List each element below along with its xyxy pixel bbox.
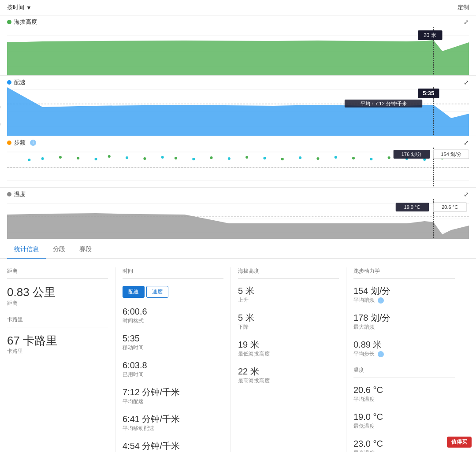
temperature-stats-group: 温度 20.6 °C 平均温度 xyxy=(353,367,455,403)
best-pace-group: 4:54 分钟/千米 最佳配速 xyxy=(123,441,223,452)
stride-label: 平均步长 i xyxy=(353,350,455,358)
avg-moving-pace-group: 6:41 分钟/千米 平均移动配速 xyxy=(123,414,223,432)
stats-grid: 距离 0.83 公里 距离 卡路里 67 卡路里 卡路里 时间 配速 速度 xyxy=(7,267,469,452)
svg-point-31 xyxy=(192,158,195,160)
svg-point-30 xyxy=(175,157,177,159)
calories-label: 卡路里 xyxy=(7,316,108,323)
avg-pace-label: 平均配速 xyxy=(123,398,223,405)
max-elevation-value: 22 米 xyxy=(238,367,339,376)
col-dynamics: 跑步动力学 154 划/分 平均踏频 i 178 划/分 最大踏频 0.89 米… xyxy=(353,267,462,452)
tab-segments[interactable]: 赛段 xyxy=(72,241,99,259)
svg-point-38 xyxy=(316,157,319,160)
max-elevation-group: 22 米 最高海拔高度 xyxy=(238,367,339,385)
svg-point-42 xyxy=(388,156,390,159)
temperature-title: 温度 xyxy=(14,190,26,198)
svg-point-39 xyxy=(335,156,337,159)
elevation-title: 海拔高度 xyxy=(14,18,37,26)
svg-point-27 xyxy=(126,156,128,159)
svg-text:20.6 °C: 20.6 °C xyxy=(442,204,458,210)
avg-moving-pace-label: 平均移动配速 xyxy=(123,425,223,432)
cadence-expand-icon[interactable]: ⤢ xyxy=(464,139,469,146)
max-temp-value: 23.0 °C xyxy=(353,439,455,448)
max-elevation-label: 最高海拔高度 xyxy=(238,377,339,385)
svg-point-32 xyxy=(210,156,213,159)
pace-expand-icon[interactable]: ⤢ xyxy=(464,79,469,86)
max-temp-label: 最高温度 xyxy=(353,449,455,452)
temperature-stats-label: 温度 xyxy=(353,367,455,374)
elevation-stats-label: 海拔高度 xyxy=(238,267,339,275)
min-elevation-value: 19 米 xyxy=(238,340,339,349)
pace-button[interactable]: 配速 xyxy=(123,286,145,298)
watermark: 值得买 xyxy=(447,437,472,448)
cadence-stat-info-icon[interactable]: i xyxy=(378,297,384,304)
cadence-stat-label: 平均踏频 i xyxy=(353,296,455,304)
temperature-chart-area: 19.0 °C 20.6 °C 0:250:501:151:402:052:30… xyxy=(7,199,469,239)
avg-pace-value: 7:12 分钟/千米 xyxy=(123,387,223,397)
tab-stats[interactable]: 统计信息 xyxy=(7,241,46,259)
ascent-value: 5 米 xyxy=(238,286,339,296)
elapsed-time-group: 6:03.8 已用时间 xyxy=(123,360,223,378)
min-elevation-group: 19 米 最低海拔高度 xyxy=(238,340,339,358)
elevation-stats-group: 海拔高度 5 米 上升 xyxy=(238,267,339,304)
svg-text:5:35: 5:35 xyxy=(423,90,434,96)
descent-value: 5 米 xyxy=(238,313,339,322)
distance-group: 距离 0.83 公里 距离 xyxy=(7,267,108,307)
stats-section: 距离 0.83 公里 距离 卡路里 67 卡路里 卡路里 时间 配速 速度 xyxy=(0,259,476,452)
max-cadence-group: 178 划/分 最大踏频 xyxy=(353,313,455,331)
elevation-chart-area: 20 米 0:250:501:151:402:052:302:553:203:4… xyxy=(7,27,469,75)
svg-point-41 xyxy=(370,158,372,160)
sort-button[interactable]: 按时间 ▼ xyxy=(7,4,32,11)
tabs-section: 统计信息 分段 赛段 xyxy=(0,241,476,259)
temperature-header: 温度 ⤢ xyxy=(0,188,476,199)
best-pace-value: 4:54 分钟/千米 xyxy=(123,441,223,451)
pace-title: 配速 xyxy=(14,78,26,86)
cadence-chart: 176 划/分 154 划/分 0:250:501:151:402:052:30… xyxy=(7,148,469,187)
svg-marker-11 xyxy=(7,87,469,136)
temperature-section: 温度 ⤢ 19.0 °C 20.6 °C 0:250:501:1 xyxy=(0,188,476,239)
svg-point-40 xyxy=(352,157,355,159)
descent-label: 下降 xyxy=(238,323,339,331)
moving-time-group: 5:35 移动时间 xyxy=(123,333,223,352)
svg-text:154 划/分: 154 划/分 xyxy=(441,152,461,157)
customize-button[interactable]: 定制 xyxy=(457,4,469,11)
tabs: 统计信息 分段 赛段 xyxy=(7,241,469,258)
cadence-stat-value: 154 划/分 xyxy=(353,286,455,296)
pace-section: 配速 ⤢ 5:35 平均：7:12 分钟/千米 xyxy=(0,76,476,136)
calories-group: 卡路里 67 卡路里 卡路里 xyxy=(7,316,108,356)
time-group: 时间 配速 速度 xyxy=(123,267,223,298)
time-format-label: 时间格式 xyxy=(123,317,223,325)
calories-value: 67 卡路里 xyxy=(7,334,108,347)
svg-marker-55 xyxy=(7,213,469,239)
min-temp-value: 19.0 °C xyxy=(353,412,455,422)
elevation-expand-icon[interactable]: ⤢ xyxy=(464,19,469,26)
tab-laps[interactable]: 分段 xyxy=(46,241,72,259)
pace-y-labels: 0:00 20:00 40:00 xyxy=(0,87,0,127)
svg-point-37 xyxy=(299,156,301,159)
temperature-expand-icon[interactable]: ⤢ xyxy=(464,191,469,198)
customize-label: 定制 xyxy=(457,4,469,11)
svg-point-35 xyxy=(263,157,266,159)
col-distance-calories: 距离 0.83 公里 距离 卡路里 67 卡路里 卡路里 xyxy=(7,267,115,452)
stride-value: 0.89 米 xyxy=(353,340,455,349)
pace-speed-toggle: 配速 速度 xyxy=(123,286,223,298)
speed-button[interactable]: 速度 xyxy=(146,286,168,298)
svg-point-23 xyxy=(59,156,62,159)
temperature-dot xyxy=(7,192,11,196)
sort-label: 按时间 xyxy=(7,4,24,11)
stride-group: 0.89 米 平均步长 i xyxy=(353,340,455,358)
svg-marker-3 xyxy=(7,40,469,75)
descent-group: 5 米 下降 xyxy=(238,313,339,331)
cadence-dot xyxy=(7,141,11,145)
svg-text:19.0 °C: 19.0 °C xyxy=(404,204,420,210)
cadence-info-icon[interactable]: i xyxy=(30,140,36,146)
moving-time-value: 5:35 xyxy=(123,333,223,343)
cadence-chart-area: 176 划/分 154 划/分 0:250:501:151:402:052:30… xyxy=(7,148,469,187)
time-format-value: 6:00.6 xyxy=(123,307,223,316)
moving-time-label: 移动时间 xyxy=(123,344,223,352)
stride-info-icon[interactable]: i xyxy=(378,351,384,357)
sort-icon: ▼ xyxy=(26,4,32,11)
calories-sub: 卡路里 xyxy=(7,348,108,355)
max-cadence-value: 178 划/分 xyxy=(353,313,455,322)
avg-temp-value: 20.6 °C xyxy=(353,385,455,395)
pace-dot xyxy=(7,80,11,85)
